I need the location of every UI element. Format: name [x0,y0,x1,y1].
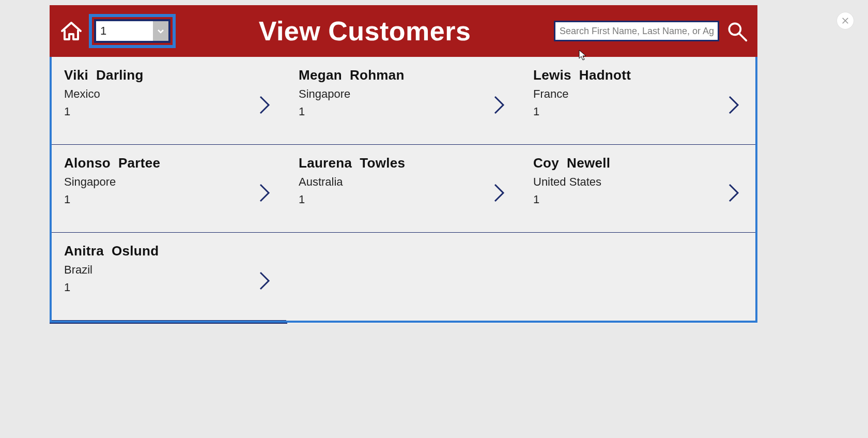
svg-point-2 [729,23,740,35]
close-icon [842,17,849,24]
open-customer-arrow[interactable] [257,183,272,203]
svg-line-3 [740,34,747,41]
customer-name: Anitra Oslund [64,243,274,259]
search-icon [725,20,748,42]
customer-card[interactable]: Coy NewellUnited States1 [521,145,755,233]
customer-first-name: Anitra [64,243,104,259]
customer-name: Laurena Towles [299,155,508,171]
customer-number: 1 [64,193,274,206]
customer-first-name: Megan [299,67,342,83]
customer-name: Viki Darling [64,67,274,83]
customer-grid: Viki DarlingMexico1Megan RohmanSingapore… [52,57,755,321]
customer-last-name: Rohman [350,67,405,83]
customer-last-name: Newell [567,155,610,171]
open-customer-arrow[interactable] [492,183,506,203]
home-button[interactable] [59,19,84,43]
customer-number: 1 [533,193,743,206]
chevron-right-icon [257,270,272,291]
page-selector-highlight [89,14,176,48]
customer-number: 1 [64,105,274,118]
customer-name: Megan Rohman [299,67,508,83]
open-customer-arrow[interactable] [726,95,741,115]
customer-country: Australia [299,175,508,189]
chevron-right-icon [492,95,506,115]
page-selector[interactable] [96,21,168,41]
customer-first-name: Lewis [533,67,571,83]
customer-card[interactable]: Lewis HadnottFrance1 [521,57,755,145]
page-dropdown-button[interactable] [153,21,168,41]
customer-first-name: Coy [533,155,559,171]
page-title: View Customers [176,16,554,47]
chevron-right-icon [257,95,272,115]
customer-first-name: Alonso [64,155,111,171]
customer-last-name: Hadnott [579,67,631,83]
app-window: View Customers Viki DarlingMexico1Megan … [50,5,757,324]
customer-card[interactable]: Laurena TowlesAustralia1 [286,145,521,233]
customer-first-name: Viki [64,67,88,83]
customer-card[interactable]: Viki DarlingMexico1 [52,57,286,145]
customer-last-name: Towles [360,155,405,171]
chevron-right-icon [492,183,506,203]
footer-divider [50,323,287,324]
customer-number: 1 [64,281,274,294]
search-input[interactable] [554,21,719,41]
customer-last-name: Darling [96,67,144,83]
customer-country: Brazil [64,263,274,277]
chevron-right-icon [257,183,272,203]
customer-country: Singapore [299,87,508,101]
open-customer-arrow[interactable] [492,95,506,115]
search-button[interactable] [725,20,748,42]
open-customer-arrow[interactable] [726,183,741,203]
open-customer-arrow[interactable] [257,95,272,115]
search-area [554,20,748,42]
customer-country: United States [533,175,743,189]
customer-grid-highlight: Viki DarlingMexico1Megan RohmanSingapore… [50,57,757,323]
customer-card[interactable]: Alonso ParteeSingapore1 [52,145,286,233]
customer-name: Lewis Hadnott [533,67,743,83]
customer-first-name: Laurena [299,155,352,171]
customer-card[interactable]: Anitra OslundBrazil1 [52,233,286,321]
customer-name: Coy Newell [533,155,743,171]
chevron-down-icon [157,27,165,35]
chevron-right-icon [726,183,741,203]
open-customer-arrow[interactable] [257,270,272,291]
customer-card[interactable]: Megan RohmanSingapore1 [286,57,521,145]
customer-name: Alonso Partee [64,155,274,171]
header-bar: View Customers [50,5,757,57]
customer-country: Singapore [64,175,274,189]
customer-number: 1 [533,105,743,118]
page-number-input[interactable] [96,21,153,41]
customer-number: 1 [299,105,508,118]
home-icon [59,19,84,43]
page-selector-frame [94,19,171,43]
chevron-right-icon [726,95,741,115]
customer-country: France [533,87,743,101]
customer-country: Mexico [64,87,274,101]
customer-last-name: Partee [118,155,160,171]
customer-number: 1 [299,193,508,206]
customer-last-name: Oslund [112,243,159,259]
close-button[interactable] [837,12,854,29]
